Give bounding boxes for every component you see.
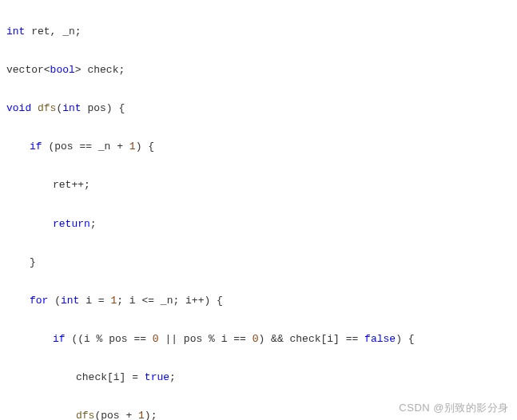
code-line: void dfs(int pos) {	[6, 99, 511, 118]
code-line: }	[6, 253, 511, 272]
code-line: vector<bool> check;	[6, 61, 511, 80]
code-line: if (pos == _n + 1) {	[6, 137, 511, 157]
code-line: int ret, _n;	[6, 22, 511, 42]
code-line: return;	[6, 215, 511, 234]
code-line: if ((i % pos == 0 || pos % i == 0) && ch…	[6, 330, 511, 349]
code-line: check[i] = true;	[6, 368, 511, 387]
keyword-void: void	[6, 102, 31, 114]
keyword-int: int	[6, 26, 25, 38]
code-snippet: int ret, _n; vector<bool> check; void df…	[0, 0, 517, 420]
function-name: dfs	[31, 102, 56, 114]
keyword-if: if	[53, 333, 66, 345]
code-line: for (int i = 1; i <= _n; i++) {	[6, 291, 511, 311]
code-line: ret++;	[6, 176, 511, 195]
function-call: dfs	[76, 410, 94, 420]
watermark: CSDN @别致的影分身	[399, 401, 509, 415]
keyword-bool: bool	[50, 64, 75, 76]
keyword-if: if	[30, 141, 42, 153]
keyword-for: for	[30, 295, 48, 307]
keyword-return: return	[53, 218, 90, 230]
